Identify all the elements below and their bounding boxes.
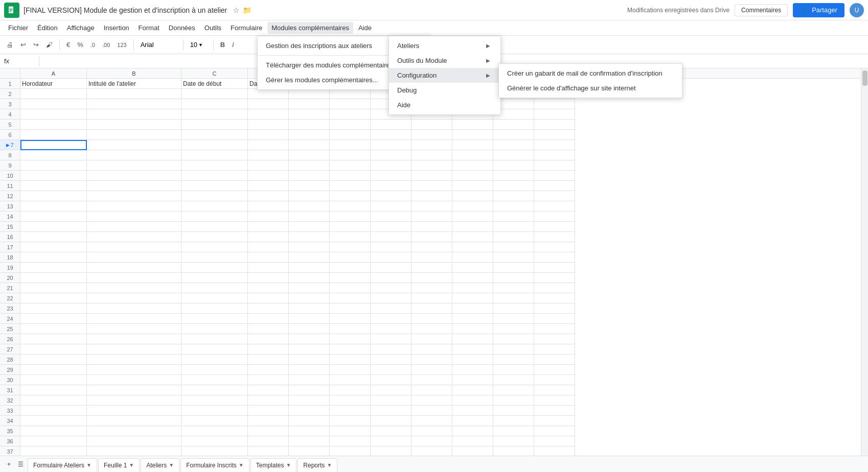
cell-c37[interactable] <box>181 446 248 456</box>
cell-i25[interactable] <box>452 324 493 334</box>
cell-b8[interactable] <box>87 150 181 160</box>
cell-i36[interactable] <box>452 436 493 446</box>
cell-i34[interactable] <box>452 416 493 426</box>
cell-h21[interactable] <box>412 283 452 293</box>
cell-e31[interactable] <box>289 385 330 395</box>
cell-j17[interactable] <box>493 242 534 252</box>
cell-f11[interactable] <box>330 181 371 191</box>
cell-i14[interactable] <box>452 211 493 222</box>
cell-c18[interactable] <box>181 252 248 263</box>
cell-h29[interactable] <box>412 365 452 375</box>
cell-h18[interactable] <box>412 252 452 263</box>
cell-g12[interactable] <box>371 191 412 201</box>
cell-a24[interactable] <box>20 314 87 324</box>
cell-c16[interactable] <box>181 232 248 242</box>
cell-d22[interactable] <box>248 293 289 303</box>
cell-g34[interactable] <box>371 416 412 426</box>
cell-k17[interactable] <box>534 242 575 252</box>
font-selector[interactable]: Arial <box>138 39 179 50</box>
cell-e33[interactable] <box>289 406 330 416</box>
cell-g5[interactable] <box>371 120 412 130</box>
menu-format[interactable]: Format <box>134 22 164 34</box>
cell-k6[interactable] <box>534 130 575 140</box>
cell-c2[interactable] <box>181 89 248 99</box>
cell-j22[interactable] <box>493 293 534 303</box>
cell-k11[interactable] <box>534 181 575 191</box>
cell-g8[interactable] <box>371 150 412 160</box>
cell-k14[interactable] <box>534 211 575 222</box>
cell-c5[interactable] <box>181 120 248 130</box>
cell-b33[interactable] <box>87 406 181 416</box>
cell-h26[interactable] <box>412 334 452 344</box>
cell-c14[interactable] <box>181 211 248 222</box>
cell-i12[interactable] <box>452 191 493 201</box>
row-num-17[interactable]: 17 <box>0 242 20 252</box>
cell-j18[interactable] <box>493 252 534 263</box>
cell-c3[interactable] <box>181 99 248 109</box>
cell-e15[interactable] <box>289 222 330 232</box>
cell-b14[interactable] <box>87 211 181 222</box>
cell-k4[interactable] <box>534 109 575 120</box>
cell-g11[interactable] <box>371 181 412 191</box>
cell-b18[interactable] <box>87 252 181 263</box>
cell-c19[interactable] <box>181 263 248 273</box>
dropdown-item-outils[interactable]: Outils du Module ▶ <box>389 53 500 68</box>
cell-e34[interactable] <box>289 416 330 426</box>
cell-i17[interactable] <box>452 242 493 252</box>
cell-i26[interactable] <box>452 334 493 344</box>
cell-b32[interactable] <box>87 395 181 406</box>
cell-e14[interactable] <box>289 211 330 222</box>
cell-f26[interactable] <box>330 334 371 344</box>
cell-a6[interactable] <box>20 130 87 140</box>
tab-formulaire-inscrits[interactable]: Formulaire Inscrits ▼ <box>180 458 249 473</box>
cell-c23[interactable] <box>181 303 248 314</box>
cell-i10[interactable] <box>452 171 493 181</box>
cell-j13[interactable] <box>493 201 534 211</box>
cell-k23[interactable] <box>534 303 575 314</box>
cell-g14[interactable] <box>371 211 412 222</box>
cell-k27[interactable] <box>534 344 575 355</box>
cell-i27[interactable] <box>452 344 493 355</box>
cell-b12[interactable] <box>87 191 181 201</box>
italic-button[interactable]: I <box>230 39 237 50</box>
cell-b16[interactable] <box>87 232 181 242</box>
cell-a26[interactable] <box>20 334 87 344</box>
cell-i13[interactable] <box>452 201 493 211</box>
cell-g9[interactable] <box>371 160 412 171</box>
cell-k30[interactable] <box>534 375 575 385</box>
cell-j23[interactable] <box>493 303 534 314</box>
cell-a10[interactable] <box>20 171 87 181</box>
cell-h9[interactable] <box>412 160 452 171</box>
col-header-c[interactable]: C <box>181 68 248 78</box>
cell-e26[interactable] <box>289 334 330 344</box>
cell-e21[interactable] <box>289 283 330 293</box>
cell-i33[interactable] <box>452 406 493 416</box>
paint-format-button[interactable]: 🖌 <box>43 39 55 50</box>
cell-f31[interactable] <box>330 385 371 395</box>
row-num-12[interactable]: 12 <box>0 191 20 201</box>
cell-f29[interactable] <box>330 365 371 375</box>
row-num-14[interactable]: 14 <box>0 211 20 222</box>
cell-d16[interactable] <box>248 232 289 242</box>
cell-j9[interactable] <box>493 160 534 171</box>
cell-c21[interactable] <box>181 283 248 293</box>
cell-b5[interactable] <box>87 120 181 130</box>
cell-a36[interactable] <box>20 436 87 446</box>
cell-d8[interactable] <box>248 150 289 160</box>
cell-g26[interactable] <box>371 334 412 344</box>
row-num-11[interactable]: 11 <box>0 181 20 191</box>
cell-e3[interactable] <box>289 99 330 109</box>
comments-button[interactable]: Commentaires <box>735 4 788 16</box>
cell-h7[interactable] <box>412 140 452 150</box>
cell-b31[interactable] <box>87 385 181 395</box>
cell-b19[interactable] <box>87 263 181 273</box>
cell-g16[interactable] <box>371 232 412 242</box>
cell-j29[interactable] <box>493 365 534 375</box>
cell-b20[interactable] <box>87 273 181 283</box>
cell-k25[interactable] <box>534 324 575 334</box>
cell-d17[interactable] <box>248 242 289 252</box>
cell-i23[interactable] <box>452 303 493 314</box>
cell-g20[interactable] <box>371 273 412 283</box>
row-num-26[interactable]: 26 <box>0 334 20 344</box>
decrease-decimal-button[interactable]: .0 <box>88 40 98 50</box>
